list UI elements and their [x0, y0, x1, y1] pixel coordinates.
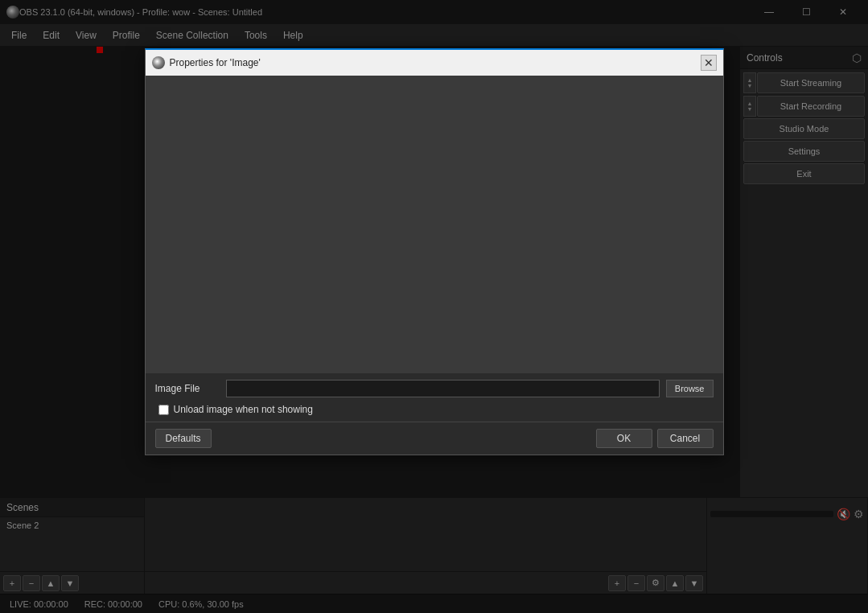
modal-footer: Defaults OK Cancel: [146, 422, 723, 455]
unload-label: Unload image when not showing: [174, 404, 313, 415]
modal-preview-area: [146, 76, 723, 373]
unload-checkbox-row: Unload image when not showing: [155, 404, 714, 415]
modal-overlay: Properties for 'Image' ✕ Image File Brow…: [0, 0, 868, 613]
image-file-label: Image File: [155, 383, 220, 394]
defaults-button[interactable]: Defaults: [155, 429, 212, 448]
modal-fields: Image File Browse Unload image when not …: [146, 373, 723, 422]
cancel-button[interactable]: Cancel: [657, 429, 714, 448]
image-file-input[interactable]: [226, 380, 660, 397]
modal-close-button[interactable]: ✕: [701, 55, 717, 71]
modal-title: Properties for 'Image': [170, 57, 696, 68]
ok-button[interactable]: OK: [596, 429, 652, 448]
modal-footer-right: OK Cancel: [596, 429, 714, 448]
modal-titlebar: Properties for 'Image' ✕: [146, 50, 723, 76]
image-file-row: Image File Browse: [155, 380, 714, 397]
properties-dialog: Properties for 'Image' ✕ Image File Brow…: [145, 48, 724, 455]
modal-body: Image File Browse Unload image when not …: [146, 76, 723, 422]
browse-button[interactable]: Browse: [666, 380, 714, 397]
unload-checkbox[interactable]: [158, 405, 169, 415]
modal-obs-icon: [152, 56, 165, 69]
